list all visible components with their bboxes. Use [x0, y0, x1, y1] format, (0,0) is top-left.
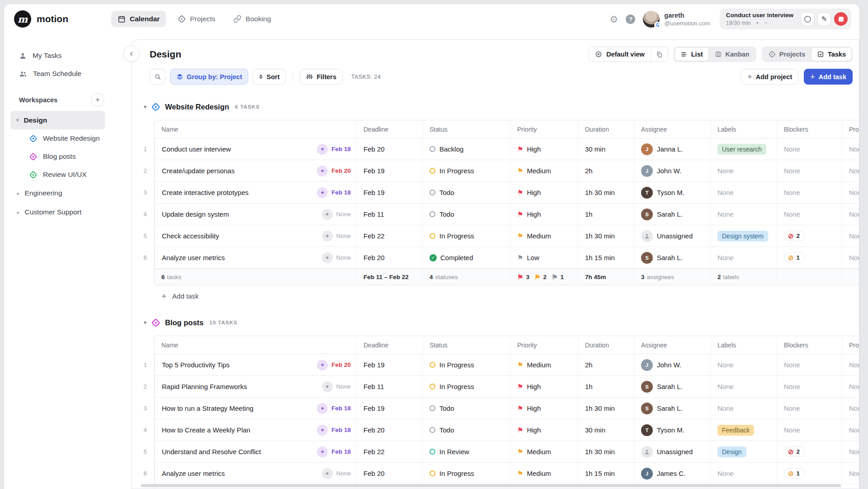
show-projects-button[interactable]: Projects [763, 47, 811, 61]
help-icon[interactable]: ? [626, 14, 635, 24]
default-view-button[interactable]: Default view [589, 47, 651, 62]
auto-schedule-chip[interactable]: ✦ Feb 18 [317, 425, 351, 436]
cell-deadline[interactable]: Feb 19 [356, 182, 422, 203]
group-add-task-button[interactable]: + Add task [161, 292, 859, 300]
table-row[interactable]: 3 Create interactive prototypes ✦ Feb 18… [155, 182, 859, 204]
cell-blockers[interactable]: None [777, 398, 842, 419]
cell-status[interactable]: Todo [422, 204, 510, 225]
cell-priority[interactable]: ⚑ High [510, 376, 578, 397]
cell-labels[interactable]: None [710, 160, 777, 181]
cell-duration[interactable]: 30 min [578, 419, 634, 441]
cell-status[interactable]: In Progress [422, 225, 510, 247]
cell-assignee[interactable]: Unassigned [634, 225, 710, 247]
auto-schedule-chip[interactable]: ✦ None [322, 381, 351, 392]
cell-status[interactable]: Todo [422, 398, 510, 419]
column-header[interactable]: Blockers [777, 120, 842, 138]
column-header[interactable]: Priority [510, 120, 578, 138]
cell-assignee[interactable]: SSarah L. [634, 204, 710, 225]
cell-blockers[interactable]: ⊘ 2 [777, 225, 842, 247]
cell-blockers[interactable]: None [777, 354, 842, 375]
cell-priority[interactable]: ⚑ High [510, 419, 578, 441]
cell-name[interactable]: Create interactive prototypes ✦ Feb 18 [155, 182, 356, 203]
search-button[interactable] [150, 69, 165, 85]
cell-name[interactable]: Analyze user metrics ✦ None [155, 463, 356, 484]
cell-blockers[interactable]: ⊘ 2 [777, 441, 842, 462]
table-row[interactable]: 6 Analyze user metrics ✦ None Feb 20 In … [155, 463, 859, 484]
cell-projects[interactable]: None [842, 441, 859, 462]
cell-labels[interactable]: None [710, 376, 777, 397]
cell-name[interactable]: Update design system ✦ None [155, 204, 356, 225]
cell-status[interactable]: Backlog [422, 138, 510, 160]
cell-deadline[interactable]: Feb 20 [356, 138, 422, 160]
cell-assignee[interactable]: JJanna L. [634, 138, 710, 160]
view-list-button[interactable]: List [675, 47, 709, 61]
cell-status[interactable]: Todo [422, 419, 510, 441]
cell-labels[interactable]: Feedback [710, 419, 777, 441]
column-header[interactable]: Deadline [356, 120, 422, 138]
cell-name[interactable]: Rapid Planning Frameworks ✦ None [155, 376, 356, 397]
sidebar-item-my-tasks[interactable]: My Tasks [4, 47, 111, 65]
sidebar-workspace-0[interactable]: ▸ Engineering [4, 184, 111, 203]
sidebar-workspace-1[interactable]: ▸ Customer Support [4, 203, 111, 222]
cell-projects[interactable]: None [842, 204, 859, 225]
sidebar-collapse-button[interactable]: ‹ [123, 46, 139, 62]
collapse-group-icon[interactable]: ▾ [144, 104, 146, 110]
column-header[interactable]: Labels [710, 336, 777, 354]
column-header[interactable]: Priority [510, 336, 578, 354]
cell-blockers[interactable]: ⊘ 1 [777, 247, 842, 268]
cell-blockers[interactable]: None [777, 138, 842, 160]
cell-priority[interactable]: ⚑ High [510, 204, 578, 225]
user-menu[interactable]: G gareth @usemotion.com [643, 11, 710, 28]
column-header[interactable]: Deadline [356, 336, 422, 354]
tab-projects[interactable]: Projects [171, 11, 222, 27]
duplicate-view-button[interactable] [651, 47, 668, 62]
cell-duration[interactable]: 2h [578, 160, 634, 181]
cell-projects[interactable]: None [842, 225, 859, 247]
view-kanban-button[interactable]: Kanban [709, 47, 755, 61]
table-row[interactable]: 3 How to run a Strategy Meeting ✦ Feb 18… [155, 398, 859, 419]
timer-edit-button[interactable]: ✎ [817, 12, 831, 26]
column-header[interactable]: Duration [578, 336, 634, 354]
table-row[interactable]: 5 Check accessibility ✦ None Feb 22 In P… [155, 225, 859, 247]
cell-duration[interactable]: 30 min [578, 138, 634, 160]
show-tasks-button[interactable]: Tasks [811, 47, 852, 61]
column-header[interactable]: Assignee [634, 120, 710, 138]
cell-duration[interactable]: 1h 15 min [578, 463, 634, 484]
column-header[interactable]: Labels [710, 120, 777, 138]
cell-assignee[interactable]: JJohn W. [634, 354, 710, 375]
cell-deadline[interactable]: Feb 20 [356, 463, 422, 484]
collapse-group-icon[interactable]: ▾ [144, 319, 146, 326]
sidebar-workspace-design[interactable]: ▾ Design [10, 111, 105, 129]
timer-minus-button[interactable]: − [764, 20, 767, 26]
cell-deadline[interactable]: Feb 20 [356, 419, 422, 441]
cell-deadline[interactable]: Feb 11 [356, 204, 422, 225]
cell-assignee[interactable]: SSarah L. [634, 376, 710, 397]
cell-name[interactable]: How to Create a Weekly Plan ✦ Feb 18 [155, 419, 356, 441]
column-header[interactable]: Projects [842, 120, 859, 138]
cell-projects[interactable]: None [842, 182, 859, 203]
cell-name[interactable]: How to run a Strategy Meeting ✦ Feb 18 [155, 398, 356, 419]
cell-priority[interactable]: ⚑ Medium [510, 354, 578, 375]
cell-deadline[interactable]: Feb 20 [356, 247, 422, 268]
column-header[interactable]: Name [155, 120, 356, 138]
table-row[interactable]: 1 Conduct user interview ✦ Feb 18 Feb 20… [155, 138, 859, 160]
cell-priority[interactable]: ⚑ Low [510, 247, 578, 268]
group-by-button[interactable]: Group by: Project [170, 69, 248, 85]
cell-projects[interactable]: None [842, 247, 859, 268]
auto-schedule-chip[interactable]: ✦ None [322, 231, 351, 242]
cell-blockers[interactable]: None [777, 182, 842, 203]
cell-duration[interactable]: 1h [578, 204, 634, 225]
cell-blockers[interactable]: ⊘ 1 [777, 463, 842, 484]
cell-labels[interactable]: Design system [710, 225, 777, 247]
cell-status[interactable]: In Progress [422, 354, 510, 375]
cell-status[interactable]: In Progress [422, 376, 510, 397]
cell-assignee[interactable]: JJames C. [634, 463, 710, 484]
cell-duration[interactable]: 1h 15 min [578, 247, 634, 268]
cell-status[interactable]: Todo [422, 182, 510, 203]
cell-duration[interactable]: 1h 30 min [578, 182, 634, 203]
cell-name[interactable]: Create/update personas ✦ Feb 20 [155, 160, 356, 181]
cell-duration[interactable]: 1h [578, 376, 634, 397]
add-project-button[interactable]: + Add project [741, 69, 798, 85]
sidebar-project-2[interactable]: Review UI/UX [4, 166, 111, 184]
column-header[interactable]: Blockers [777, 336, 842, 354]
